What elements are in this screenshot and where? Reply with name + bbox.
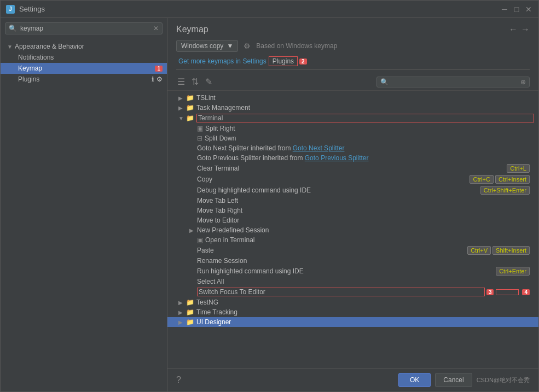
keymap-title-row: Keymap ← → (176, 25, 530, 34)
keymap-scheme-dropdown[interactable]: Windows copy ▼ (176, 40, 238, 52)
move-tab-left-label: Move Tab Left (197, 197, 534, 204)
shortcut-badge: 4 (522, 289, 530, 295)
left-panel: 🔍 ✕ ▼ Appearance & Behavior Notification… (1, 18, 167, 391)
keymap-nav-buttons: ← → (509, 25, 530, 34)
ok-button[interactable]: OK (398, 373, 431, 387)
keymap-search-input[interactable] (389, 78, 520, 86)
tree-item-copy[interactable]: Copy Ctrl+C Ctrl+Insert (167, 174, 538, 185)
tree-item-goto-next[interactable]: Goto Next Splitter inherited from Goto N… (167, 143, 538, 153)
open-in-terminal-label: Open in Terminal (205, 236, 534, 244)
keymap-tree: ▶ 📁 TSLint ▶ 📁 Task Management ▼ 📁 Term (167, 91, 538, 368)
folder-icon: 📁 (186, 104, 194, 112)
tree-item-testng[interactable]: ▶ 📁 TestNG (167, 297, 538, 307)
task-management-label: Task Management (196, 104, 534, 112)
sidebar-item-notifications[interactable]: Notifications (1, 52, 167, 63)
testng-arrow: ▶ (178, 300, 186, 306)
tree-item-move-tab-left[interactable]: Move Tab Left (167, 196, 538, 206)
sidebar-item-plugins[interactable]: Plugins ℹ ⚙ (1, 74, 167, 85)
forward-button[interactable]: → (521, 25, 530, 34)
notifications-label: Notifications (18, 54, 54, 61)
window-controls: ─ □ ✕ (500, 5, 533, 14)
settings-icon: ⚙ (157, 75, 163, 83)
tree-item-new-predefined[interactable]: ▶ New Predefined Session (167, 225, 538, 235)
tree-item-select-all[interactable]: Select All (167, 277, 538, 286)
app-icon: J (6, 5, 15, 14)
search-icon: 🔍 (9, 25, 17, 32)
switch-focus-shortcuts: 4 (496, 289, 530, 295)
bottom-bar: ? OK Cancel CSDN@绝对不会秃 (167, 368, 538, 391)
tree-item-clear-terminal[interactable]: Clear Terminal Ctrl+L (167, 163, 538, 174)
search-input[interactable] (20, 25, 150, 32)
tree-item-switch-focus[interactable]: Switch Focus To Editor 3 4 (167, 286, 538, 297)
sidebar-item-keymap[interactable]: Keymap 1 (1, 63, 167, 74)
keymap-title-label: Keymap (176, 25, 208, 34)
nav-tree: ▼ Appearance & Behavior Notifications Ke… (1, 39, 167, 391)
tree-item-open-in-terminal[interactable]: ▣ Open in Terminal (167, 235, 538, 245)
close-button[interactable]: ✕ (524, 5, 533, 14)
minimize-button[interactable]: ─ (500, 5, 509, 14)
tree-item-ui-designer[interactable]: ▶ 📁 UI Designer (167, 317, 538, 327)
get-more-keymaps-link[interactable]: Get more keymaps in Settings (176, 56, 269, 66)
bottom-right: OK Cancel CSDN@绝对不会秃 (398, 373, 530, 387)
split-down-icon: ⊟ (197, 134, 202, 142)
goto-next-link[interactable]: Goto Next Splitter (293, 144, 345, 152)
keymap-toolbar: ☰ ⇅ ✎ 🔍 ⊕ (167, 73, 538, 91)
tslint-label: TSLint (196, 94, 534, 102)
copy-shortcuts: Ctrl+C Ctrl+Insert (470, 175, 530, 184)
task-arrow: ▶ (178, 105, 186, 111)
cancel-button[interactable]: Cancel (435, 373, 472, 387)
select-all-label: Select All (197, 278, 534, 285)
clear-terminal-shortcuts: Ctrl+L (507, 164, 530, 173)
clear-search-button[interactable]: ✕ (153, 25, 159, 32)
empty-shortcut (496, 289, 519, 295)
shortcut-ctrl-insert: Ctrl+Insert (495, 175, 530, 184)
tree-item-goto-prev[interactable]: Goto Previous Splitter inherited from Go… (167, 153, 538, 163)
main-content: 🔍 ✕ ▼ Appearance & Behavior Notification… (1, 18, 538, 391)
tree-item-split-down[interactable]: ⊟ Split Down (167, 133, 538, 143)
switch-focus-label: Switch Focus To Editor (197, 288, 485, 296)
plugins-icons: ℹ ⚙ (152, 75, 163, 83)
sort-button[interactable]: ☰ (176, 75, 186, 88)
plugins-badge: 2 (299, 58, 307, 65)
shortcut-ctrl-shift-enter: Ctrl+Shift+Enter (480, 186, 530, 195)
run-highlighted-label: Run highlighted command using IDE (197, 267, 496, 275)
tree-item-move-tab-right[interactable]: Move Tab Right (167, 206, 538, 215)
tree-item-move-to-editor[interactable]: Move to Editor (167, 215, 538, 225)
appearance-behavior-section[interactable]: ▼ Appearance & Behavior (1, 41, 167, 52)
tree-item-debug-highlighted[interactable]: Debug highlighted command using IDE Ctrl… (167, 185, 538, 196)
goto-prev-link[interactable]: Goto Previous Splitter (305, 154, 369, 162)
folder-icon: 📁 (186, 299, 194, 306)
tree-item-terminal[interactable]: ▼ 📁 Terminal (167, 113, 538, 124)
plugins-label: Plugins (18, 75, 39, 83)
tree-item-rename-session[interactable]: Rename Session (167, 256, 538, 266)
keymap-links-row: Get more keymaps in Settings Plugins 2 (176, 56, 530, 70)
dropdown-arrow: ▼ (227, 42, 233, 50)
tree-item-paste[interactable]: Paste Ctrl+V Shift+Insert (167, 245, 538, 256)
window-title: Settings (19, 5, 45, 13)
tree-item-time-tracking[interactable]: ▶ 📁 Time Tracking (167, 307, 538, 317)
info-icon: ℹ (152, 75, 154, 83)
tree-item-run-highlighted[interactable]: Run highlighted command using IDE Ctrl+E… (167, 266, 538, 277)
maximize-button[interactable]: □ (512, 5, 521, 14)
copy-label: Copy (197, 175, 470, 183)
shortcut-shift-insert: Shift+Insert (492, 246, 530, 255)
tree-item-task-management[interactable]: ▶ 📁 Task Management (167, 103, 538, 113)
help-button[interactable]: ? (176, 375, 181, 385)
keymap-search[interactable]: 🔍 ⊕ (376, 77, 530, 87)
keymap-header: Keymap ← → Windows copy ▼ ⚙ Based on Win… (167, 18, 538, 73)
search-bar[interactable]: 🔍 ✕ (5, 22, 163, 34)
split-right-label: Split Right (205, 125, 534, 132)
tree-item-split-right[interactable]: ▣ Split Right (167, 124, 538, 133)
plugins-link[interactable]: Plugins (269, 56, 298, 66)
keymap-row: Keymap 1 (18, 65, 163, 72)
scheme-gear-icon[interactable]: ⚙ (244, 42, 251, 50)
filter-button[interactable]: ⇅ (190, 75, 200, 88)
back-button[interactable]: ← (509, 25, 518, 34)
shortcut-ctrl-v: Ctrl+V (467, 246, 491, 255)
folder-icon: 📁 (186, 318, 194, 326)
keymap-label: Keymap (18, 65, 42, 72)
tree-item-tslint[interactable]: ▶ 📁 TSLint (167, 93, 538, 103)
section-arrow: ▼ (7, 44, 13, 50)
search-options-icon[interactable]: ⊕ (520, 78, 526, 86)
add-shortcut-button[interactable]: ✎ (204, 75, 213, 88)
